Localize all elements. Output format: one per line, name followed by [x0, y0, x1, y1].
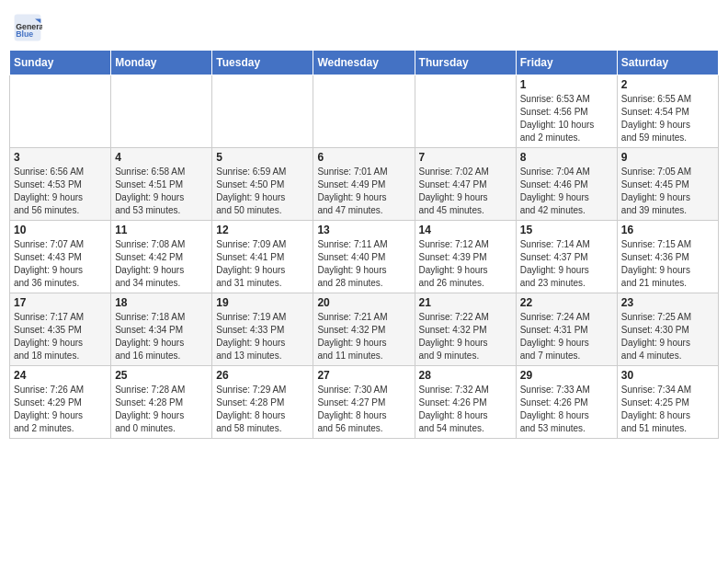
- calendar-cell: [10, 75, 111, 148]
- weekday-header: Thursday: [415, 51, 516, 75]
- calendar-cell: 3Sunrise: 6:56 AM Sunset: 4:53 PM Daylig…: [10, 148, 111, 221]
- day-detail: Sunrise: 7:11 AM Sunset: 4:40 PM Dayligh…: [317, 238, 410, 290]
- day-number: 3: [14, 151, 107, 164]
- day-number: 21: [419, 296, 512, 309]
- calendar-cell: 5Sunrise: 6:59 AM Sunset: 4:50 PM Daylig…: [212, 148, 313, 221]
- weekday-header: Monday: [111, 51, 212, 75]
- day-detail: Sunrise: 7:18 AM Sunset: 4:34 PM Dayligh…: [115, 311, 208, 362]
- day-detail: Sunrise: 7:14 AM Sunset: 4:37 PM Dayligh…: [520, 238, 613, 290]
- calendar-cell: 27Sunrise: 7:30 AM Sunset: 4:27 PM Dayli…: [313, 366, 415, 439]
- calendar-cell: 26Sunrise: 7:29 AM Sunset: 4:28 PM Dayli…: [212, 366, 313, 439]
- calendar-cell: [111, 75, 212, 148]
- calendar-cell: 17Sunrise: 7:17 AM Sunset: 4:35 PM Dayli…: [10, 293, 111, 366]
- page-header: General Blue: [9, 9, 719, 42]
- logo-icon: General Blue: [13, 13, 42, 42]
- svg-text:Blue: Blue: [16, 29, 33, 39]
- day-detail: Sunrise: 7:07 AM Sunset: 4:43 PM Dayligh…: [14, 238, 107, 290]
- calendar-cell: 16Sunrise: 7:15 AM Sunset: 4:36 PM Dayli…: [617, 221, 718, 293]
- day-detail: Sunrise: 6:59 AM Sunset: 4:50 PM Dayligh…: [216, 166, 309, 217]
- weekday-header: Sunday: [10, 51, 111, 75]
- calendar-cell: 25Sunrise: 7:28 AM Sunset: 4:28 PM Dayli…: [111, 366, 212, 439]
- day-detail: Sunrise: 7:17 AM Sunset: 4:35 PM Dayligh…: [14, 311, 107, 362]
- day-detail: Sunrise: 7:01 AM Sunset: 4:49 PM Dayligh…: [317, 166, 410, 217]
- day-number: 8: [520, 151, 613, 164]
- calendar-cell: [212, 75, 313, 148]
- day-detail: Sunrise: 7:26 AM Sunset: 4:29 PM Dayligh…: [14, 384, 107, 435]
- day-number: 6: [317, 151, 410, 164]
- day-number: 30: [621, 369, 714, 382]
- day-detail: Sunrise: 7:32 AM Sunset: 4:26 PM Dayligh…: [419, 384, 512, 435]
- day-detail: Sunrise: 7:12 AM Sunset: 4:39 PM Dayligh…: [419, 238, 512, 290]
- day-detail: Sunrise: 7:09 AM Sunset: 4:41 PM Dayligh…: [216, 238, 309, 290]
- calendar-cell: 7Sunrise: 7:02 AM Sunset: 4:47 PM Daylig…: [415, 148, 516, 221]
- calendar-cell: 22Sunrise: 7:24 AM Sunset: 4:31 PM Dayli…: [516, 293, 617, 366]
- day-number: 13: [317, 224, 410, 236]
- day-detail: Sunrise: 7:05 AM Sunset: 4:45 PM Dayligh…: [621, 166, 714, 217]
- calendar-cell: 30Sunrise: 7:34 AM Sunset: 4:25 PM Dayli…: [617, 366, 718, 439]
- day-detail: Sunrise: 7:19 AM Sunset: 4:33 PM Dayligh…: [216, 311, 309, 362]
- day-detail: Sunrise: 7:29 AM Sunset: 4:28 PM Dayligh…: [216, 384, 309, 435]
- day-number: 12: [216, 224, 309, 236]
- day-number: 22: [520, 296, 613, 309]
- calendar-cell: 8Sunrise: 7:04 AM Sunset: 4:46 PM Daylig…: [516, 148, 617, 221]
- calendar-cell: 4Sunrise: 6:58 AM Sunset: 4:51 PM Daylig…: [111, 148, 212, 221]
- calendar-cell: 10Sunrise: 7:07 AM Sunset: 4:43 PM Dayli…: [10, 221, 111, 293]
- day-number: 25: [115, 369, 208, 382]
- day-detail: Sunrise: 7:22 AM Sunset: 4:32 PM Dayligh…: [419, 311, 512, 362]
- calendar-cell: 13Sunrise: 7:11 AM Sunset: 4:40 PM Dayli…: [313, 221, 415, 293]
- calendar-header: SundayMondayTuesdayWednesdayThursdayFrid…: [10, 51, 719, 75]
- day-number: 10: [14, 224, 107, 236]
- day-number: 7: [419, 151, 512, 164]
- day-detail: Sunrise: 7:28 AM Sunset: 4:28 PM Dayligh…: [115, 384, 208, 435]
- day-detail: Sunrise: 7:08 AM Sunset: 4:42 PM Dayligh…: [115, 238, 208, 290]
- day-number: 1: [520, 78, 613, 91]
- day-number: 28: [419, 369, 512, 382]
- calendar-cell: 24Sunrise: 7:26 AM Sunset: 4:29 PM Dayli…: [10, 366, 111, 439]
- calendar-cell: 28Sunrise: 7:32 AM Sunset: 4:26 PM Dayli…: [415, 366, 516, 439]
- calendar-cell: 23Sunrise: 7:25 AM Sunset: 4:30 PM Dayli…: [617, 293, 718, 366]
- day-number: 17: [14, 296, 107, 309]
- day-detail: Sunrise: 6:56 AM Sunset: 4:53 PM Dayligh…: [14, 166, 107, 217]
- day-number: 9: [621, 151, 714, 164]
- day-detail: Sunrise: 7:30 AM Sunset: 4:27 PM Dayligh…: [317, 384, 410, 435]
- calendar-cell: 12Sunrise: 7:09 AM Sunset: 4:41 PM Dayli…: [212, 221, 313, 293]
- day-detail: Sunrise: 7:34 AM Sunset: 4:25 PM Dayligh…: [621, 384, 714, 435]
- day-number: 4: [115, 151, 208, 164]
- calendar-cell: 11Sunrise: 7:08 AM Sunset: 4:42 PM Dayli…: [111, 221, 212, 293]
- day-number: 29: [520, 369, 613, 382]
- day-number: 14: [419, 224, 512, 236]
- day-detail: Sunrise: 7:21 AM Sunset: 4:32 PM Dayligh…: [317, 311, 410, 362]
- weekday-header: Tuesday: [212, 51, 313, 75]
- day-number: 19: [216, 296, 309, 309]
- day-number: 16: [621, 224, 714, 236]
- day-detail: Sunrise: 7:24 AM Sunset: 4:31 PM Dayligh…: [520, 311, 613, 362]
- weekday-header: Wednesday: [313, 51, 415, 75]
- day-number: 2: [621, 78, 714, 91]
- weekday-header: Saturday: [617, 51, 718, 75]
- day-number: 18: [115, 296, 208, 309]
- day-number: 23: [621, 296, 714, 309]
- day-number: 26: [216, 369, 309, 382]
- calendar-table: SundayMondayTuesdayWednesdayThursdayFrid…: [9, 50, 719, 439]
- calendar-cell: 1Sunrise: 6:53 AM Sunset: 4:56 PM Daylig…: [516, 75, 617, 148]
- day-number: 15: [520, 224, 613, 236]
- calendar-cell: 21Sunrise: 7:22 AM Sunset: 4:32 PM Dayli…: [415, 293, 516, 366]
- calendar-cell: 15Sunrise: 7:14 AM Sunset: 4:37 PM Dayli…: [516, 221, 617, 293]
- day-number: 5: [216, 151, 309, 164]
- day-detail: Sunrise: 7:25 AM Sunset: 4:30 PM Dayligh…: [621, 311, 714, 362]
- day-detail: Sunrise: 7:15 AM Sunset: 4:36 PM Dayligh…: [621, 238, 714, 290]
- calendar-cell: 19Sunrise: 7:19 AM Sunset: 4:33 PM Dayli…: [212, 293, 313, 366]
- calendar-cell: 14Sunrise: 7:12 AM Sunset: 4:39 PM Dayli…: [415, 221, 516, 293]
- calendar-cell: [415, 75, 516, 148]
- calendar-cell: 2Sunrise: 6:55 AM Sunset: 4:54 PM Daylig…: [617, 75, 718, 148]
- calendar-cell: 29Sunrise: 7:33 AM Sunset: 4:26 PM Dayli…: [516, 366, 617, 439]
- day-detail: Sunrise: 6:55 AM Sunset: 4:54 PM Dayligh…: [621, 93, 714, 144]
- calendar-cell: [313, 75, 415, 148]
- logo: General Blue: [13, 13, 44, 42]
- day-detail: Sunrise: 7:02 AM Sunset: 4:47 PM Dayligh…: [419, 166, 512, 217]
- day-detail: Sunrise: 6:58 AM Sunset: 4:51 PM Dayligh…: [115, 166, 208, 217]
- calendar-cell: 20Sunrise: 7:21 AM Sunset: 4:32 PM Dayli…: [313, 293, 415, 366]
- day-detail: Sunrise: 7:33 AM Sunset: 4:26 PM Dayligh…: [520, 384, 613, 435]
- weekday-header: Friday: [516, 51, 617, 75]
- day-number: 27: [317, 369, 410, 382]
